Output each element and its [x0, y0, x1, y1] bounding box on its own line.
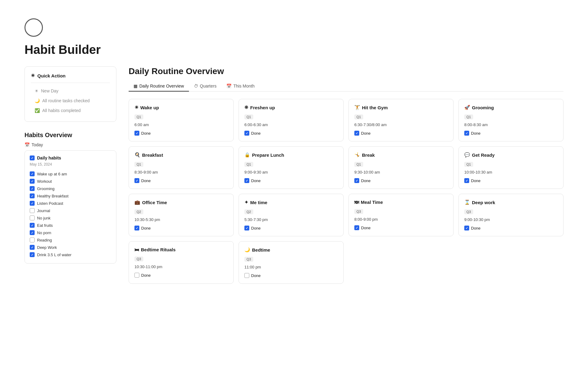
grid-icon: ▦ [134, 84, 138, 88]
done-checkbox[interactable] [464, 178, 469, 183]
done-checkbox[interactable] [464, 226, 469, 230]
habit-checkbox[interactable] [30, 223, 35, 228]
done-label: Done [361, 178, 371, 183]
habit-checkbox[interactable] [30, 245, 35, 250]
habit-item[interactable]: Journal [30, 207, 111, 214]
routine-icon: 🔒 [244, 152, 250, 158]
new-day-item[interactable]: ☀ New Day [31, 86, 110, 96]
habit-checkbox[interactable] [30, 179, 35, 184]
routine-card-title: ✦ Me time [244, 200, 338, 205]
routine-title: Freshen up [250, 105, 275, 110]
habit-item[interactable]: No junk [30, 214, 111, 222]
routine-card-title: 🔒 Prepare Lunch [244, 152, 338, 158]
routine-card-title: 💼 Office Time [134, 200, 228, 205]
habits-overview-title: Habits Overview [24, 132, 116, 139]
routine-card: 🔒 Prepare Lunch Q1 9:00-9:30 am Done [239, 146, 344, 189]
routine-title: Bedtime Rituals [141, 247, 175, 252]
habit-item[interactable]: Eat fruits [30, 222, 111, 229]
habit-checkbox[interactable] [30, 230, 35, 235]
done-checkbox[interactable] [354, 225, 359, 230]
habit-checkbox[interactable] [30, 208, 35, 213]
content-area: Daily Routine Overview ▦ Daily Routine O… [129, 66, 564, 284]
done-checkbox[interactable] [244, 178, 249, 183]
done-checkbox[interactable] [134, 273, 139, 278]
habit-item[interactable]: Listen Podcast [30, 200, 111, 207]
tab-this-month[interactable]: 📅 This Month [221, 81, 259, 92]
habit-checkbox[interactable] [30, 193, 35, 198]
section-title: Daily Routine Overview [129, 66, 564, 76]
habit-checkbox[interactable] [30, 171, 35, 176]
habit-item[interactable]: Healthy Breakfast [30, 192, 111, 200]
done-checkbox[interactable] [354, 178, 359, 183]
habit-checkbox[interactable] [30, 238, 35, 242]
done-label: Done [251, 178, 261, 183]
done-label: Done [471, 226, 481, 230]
routine-card-title: ☀ Wake up [134, 105, 228, 110]
done-checkbox[interactable] [244, 131, 249, 136]
routine-card-title: 🌙 Bedtime [244, 247, 338, 253]
done-checkbox[interactable] [464, 131, 469, 136]
tab-quarters[interactable]: ⏱ Quarters [189, 81, 221, 92]
done-badge: Done [244, 273, 338, 278]
routine-title: Me time [250, 200, 267, 205]
routine-title: Breakfast [142, 152, 163, 158]
habit-checkbox[interactable] [30, 252, 35, 257]
routine-card: 🤸 Break Q1 9:30-10:00 am Done [349, 146, 454, 189]
quarter-badge: Q1 [354, 114, 363, 119]
time-label: 10:00-10:30 am [464, 170, 558, 174]
habit-checkbox[interactable] [30, 201, 35, 206]
routine-icon: 🏋 [354, 105, 360, 110]
done-badge: Done [134, 178, 228, 183]
routine-icon: ❊ [244, 105, 248, 110]
done-checkbox[interactable] [134, 131, 139, 136]
routine-icon: ☀ [134, 105, 138, 110]
habit-item[interactable]: Workout [30, 178, 111, 185]
habit-item[interactable]: Wake up at 6 am [30, 170, 111, 178]
done-checkbox[interactable] [354, 131, 359, 136]
habits-date: May 15, 2024 [30, 162, 111, 167]
clock-icon: ⏱ [194, 84, 198, 88]
time-label: 6:30-7:30/8:00 am [354, 122, 448, 127]
done-checkbox[interactable] [244, 226, 249, 230]
routine-card-title: 💬 Get Ready [464, 152, 558, 158]
routine-card: 💼 Office Time Q2 10:30-5:30 pm Done [129, 194, 234, 236]
daily-habits-checkbox[interactable] [30, 155, 35, 160]
habits-list-card: Daily habits May 15, 2024 Wake up at 6 a… [24, 150, 116, 264]
quarter-badge: Q1 [244, 162, 253, 167]
done-badge: Done [464, 131, 558, 136]
quick-action-card: ✳ Quick Action ☀ New Day 🌙 All routine t… [24, 66, 116, 122]
habit-item[interactable]: Drink 3.5 L of water [30, 251, 111, 258]
done-badge: Done [354, 178, 448, 183]
routine-icon: 🍳 [134, 152, 140, 158]
habit-label: Healthy Breakfast [37, 194, 69, 198]
time-label: 11:00 pm [244, 265, 338, 269]
today-label: 📅 Today [24, 142, 116, 147]
habit-item[interactable]: Deep Work [30, 244, 111, 251]
routine-card-title: 🍽 Meal Time [354, 200, 448, 205]
done-label: Done [141, 131, 151, 136]
all-routine-tasks-item[interactable]: 🌙 All routine tasks checked [31, 96, 110, 106]
done-checkbox[interactable] [134, 178, 139, 183]
routine-card-title: 🚀 Grooming [464, 105, 558, 110]
habit-item[interactable]: Reading [30, 236, 111, 244]
habit-item[interactable]: No porn [30, 229, 111, 236]
routine-title: Break [362, 152, 375, 158]
habit-label: Deep Work [37, 245, 57, 250]
done-checkbox[interactable] [134, 226, 139, 230]
done-checkbox[interactable] [244, 273, 249, 278]
done-badge: Done [244, 131, 338, 136]
routine-icon: 🍽 [354, 200, 359, 205]
routine-title: Wake up [140, 105, 159, 110]
habit-checkbox[interactable] [30, 215, 35, 220]
routine-title: Office Time [142, 200, 167, 205]
all-habits-completed-item[interactable]: ✅ All habits completed [31, 106, 110, 115]
routine-card: 🚀 Grooming Q1 8:00-8:30 am Done [458, 99, 564, 141]
habit-checkbox[interactable] [30, 186, 35, 191]
routine-icon: ✦ [244, 200, 248, 205]
calendar-icon: 📅 [24, 142, 30, 147]
habit-item[interactable]: Grooming [30, 185, 111, 192]
time-label: 9:00-10:30 pm [464, 217, 558, 222]
tab-daily-routine[interactable]: ▦ Daily Routine Overview [129, 81, 189, 92]
routine-title: Get Ready [472, 152, 495, 158]
routine-icon: 🌙 [244, 247, 250, 253]
